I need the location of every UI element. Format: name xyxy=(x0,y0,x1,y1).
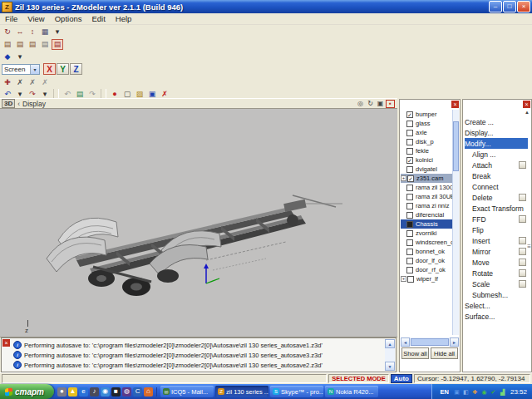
command-option-button[interactable] xyxy=(519,269,526,277)
scene-vertical-scrollbar[interactable] xyxy=(452,110,459,335)
scene-horizontal-scrollbar[interactable]: ◄ ► xyxy=(401,337,459,347)
visibility-checkbox[interactable] xyxy=(406,230,413,237)
scene-item-rama-zil-30ub-v1[interactable]: rama zil 30UB v1 xyxy=(401,192,453,201)
update-shield-icon[interactable]: ✔ xyxy=(490,388,497,396)
command-ffd[interactable]: FFD xyxy=(465,214,528,224)
network-icon[interactable]: ▣ xyxy=(453,388,461,396)
visibility-checkbox[interactable] xyxy=(406,258,413,264)
menu-file[interactable]: File xyxy=(0,14,22,23)
visibility-checkbox[interactable] xyxy=(407,276,414,283)
scene-panel-close-icon[interactable]: × xyxy=(451,101,459,108)
browser-icon[interactable]: ◉ xyxy=(101,387,110,397)
command-create[interactable]: Create ... xyxy=(465,116,528,127)
visibility-checkbox[interactable] xyxy=(406,221,413,228)
visibility-checkbox[interactable] xyxy=(406,249,413,255)
scene-item-diferencial[interactable]: diferencial xyxy=(401,210,453,219)
commands-panel-close-icon[interactable]: × xyxy=(523,101,530,108)
command-attach[interactable]: Attach xyxy=(465,160,528,170)
view-presets-icon[interactable]: ▦ xyxy=(39,27,51,37)
scene-item-disk-p[interactable]: disk_p xyxy=(401,137,453,146)
menu-edit[interactable]: Edit xyxy=(86,14,110,23)
scene-item-chassis[interactable]: Chassis xyxy=(401,219,453,229)
tree-expand-icon[interactable]: + xyxy=(401,175,406,181)
visibility-checkbox[interactable] xyxy=(406,166,413,173)
ie-icon[interactable]: e xyxy=(79,387,88,397)
hide-all-button[interactable]: Hide all xyxy=(431,347,458,359)
winamp-icon[interactable]: ▲ xyxy=(68,387,77,397)
scroll-down-icon[interactable]: ▼ xyxy=(385,362,395,371)
scroll-up-icon[interactable]: ▲ xyxy=(525,110,530,115)
chevron-left-icon[interactable]: ‹ xyxy=(17,100,20,108)
photoshop-icon[interactable]: ■ xyxy=(111,387,121,397)
model-3d-view[interactable] xyxy=(43,160,351,302)
command-delete[interactable]: Delete xyxy=(465,192,528,203)
command-move[interactable]: Move xyxy=(465,257,528,268)
scene-item-door-lf-ok[interactable]: door_lf_ok xyxy=(401,256,453,265)
visibility-checkbox[interactable] xyxy=(406,239,413,246)
scene-item-axle[interactable]: axle xyxy=(401,128,453,137)
material-drop-icon[interactable]: ◆ xyxy=(2,52,13,62)
scene-item-dvigatel[interactable]: dvigatel xyxy=(401,165,453,174)
language-indicator[interactable]: EN xyxy=(439,388,451,396)
chevron-down-icon[interactable]: ▾ xyxy=(30,65,39,74)
pan-view-icon[interactable]: ↔ xyxy=(14,27,26,37)
minimize-button[interactable]: – xyxy=(489,1,502,12)
codec-icon[interactable]: C xyxy=(133,387,142,397)
command-display[interactable]: Display... xyxy=(465,127,528,138)
scene-item-door-rf-ok[interactable]: door_rf_ok xyxy=(401,265,453,274)
visibility-checkbox[interactable] xyxy=(406,212,413,219)
scene-item-kolnici[interactable]: ✓kolnici xyxy=(401,155,453,165)
menu-view[interactable]: View xyxy=(22,14,49,23)
snap-vertex-icon[interactable]: ✗ xyxy=(14,77,26,88)
log-close-icon[interactable]: × xyxy=(2,339,10,347)
polygons-level-icon[interactable]: ▤ xyxy=(27,39,38,50)
command-surface[interactable]: Surface... xyxy=(465,311,528,322)
command-align[interactable]: Align ... xyxy=(465,149,528,160)
axis-x-button[interactable]: X xyxy=(43,63,56,75)
scene-item-rama-zi-nniz[interactable]: rama zi nniz xyxy=(401,201,453,210)
scene-item-rama-zil-130g-v[interactable]: rama zil 130G v xyxy=(401,183,453,192)
scene-item-bonnet-ok[interactable]: bonnet_ok xyxy=(401,247,453,256)
command-exact-transform[interactable]: Exact Transform xyxy=(465,203,528,214)
scene-item-windscreen-ok[interactable]: windscreen_ok xyxy=(401,238,453,247)
title-bar[interactable]: Z Zil 130 series - ZModeler ver 2.1.1 (B… xyxy=(0,0,532,13)
task-button-nokia-r420[interactable]: NNokia R420... xyxy=(325,386,378,397)
scroll-right-icon[interactable]: ► xyxy=(450,337,459,347)
scene-item-z351-cam[interactable]: +✓z351.cam xyxy=(401,174,453,183)
task-button-icq5-mail[interactable]: ✉ICQ5 - Mail... xyxy=(160,386,214,397)
snap-edge-icon[interactable]: ✗ xyxy=(27,77,38,88)
command-break[interactable]: Break xyxy=(465,170,528,181)
connection-icon[interactable]: ✚ xyxy=(471,388,479,396)
command-flip[interactable]: Flip xyxy=(465,224,528,235)
command-submesh[interactable]: Submesh... xyxy=(465,289,528,300)
visibility-checkbox[interactable]: ✓ xyxy=(406,111,413,118)
maximize-button[interactable]: □ xyxy=(503,1,516,12)
command-modify[interactable]: Modify... xyxy=(465,138,528,149)
command-option-button[interactable] xyxy=(519,215,526,223)
objects-level-active-icon[interactable]: ▤ xyxy=(52,39,63,50)
scene-item-wiper-lf[interactable]: +wiper_lf xyxy=(401,274,453,283)
orbit-icon[interactable]: ↻ xyxy=(366,100,375,108)
scene-item-bumper[interactable]: ✓bumper xyxy=(401,110,453,119)
scene-item-glass[interactable]: glass xyxy=(401,119,453,128)
gizmo-icon[interactable]: ✚ xyxy=(2,77,13,88)
command-connect[interactable]: Connect xyxy=(465,181,528,192)
scene-item-fekle[interactable]: fekle xyxy=(401,146,453,155)
visibility-checkbox[interactable] xyxy=(406,203,413,209)
visibility-checkbox[interactable]: ✓ xyxy=(407,175,414,182)
command-scale[interactable]: Scale xyxy=(465,278,528,289)
visibility-checkbox[interactable] xyxy=(406,185,413,191)
snap-grid-icon[interactable]: ✗ xyxy=(39,77,51,88)
zoom-icon[interactable]: ◎ xyxy=(356,100,365,108)
vertices-level-icon[interactable]: ▤ xyxy=(2,39,13,50)
antivirus-icon[interactable]: ◉ xyxy=(480,388,488,396)
zoom-view-icon[interactable]: ↕ xyxy=(27,27,38,37)
panel-grip-icon[interactable]: ≡ xyxy=(527,243,531,250)
material-drop-arrow-icon[interactable]: ▾ xyxy=(14,52,26,62)
signal-icon[interactable]: ▟ xyxy=(499,388,506,396)
scene-item-zvorniki[interactable]: zvorniki xyxy=(401,229,453,238)
status-auto-badge[interactable]: Auto xyxy=(391,374,412,383)
command-option-button[interactable] xyxy=(519,280,526,288)
scroll-left-icon[interactable]: ◄ xyxy=(401,337,410,347)
visibility-checkbox[interactable] xyxy=(406,267,413,273)
